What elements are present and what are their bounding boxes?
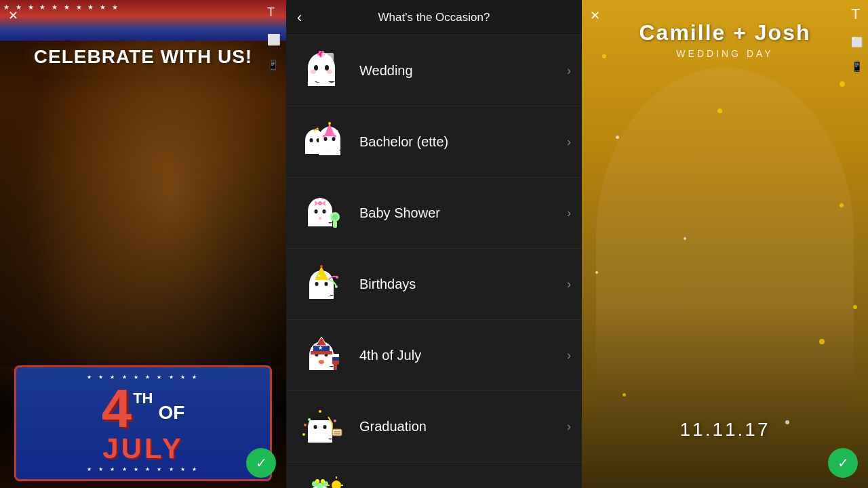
of-text: OF: [158, 402, 184, 424]
chevron-wedding: ›: [567, 64, 571, 78]
svg-rect-39: [309, 284, 334, 295]
4th-july-icon: ★: [297, 331, 346, 380]
wedding-date: 11.11.17: [582, 419, 868, 441]
text-tool-icon[interactable]: T: [267, 5, 281, 20]
svg-point-87: [315, 479, 319, 483]
number-four: 4: [102, 382, 132, 436]
svg-point-24: [328, 122, 331, 125]
svg-point-3: [325, 65, 329, 70]
svg-point-30: [323, 209, 326, 214]
birthdays-label: Birthdays: [359, 277, 567, 292]
svg-point-67: [319, 410, 321, 413]
svg-point-4: [311, 70, 316, 74]
occasion-item-summer-vibes[interactable]: Summer Vibes ›: [286, 462, 582, 488]
occasion-item-4th-july[interactable]: ★ 4th of July ›: [286, 320, 582, 391]
svg-point-25: [323, 135, 326, 138]
chevron-baby-shower: ›: [567, 206, 571, 220]
svg-point-46: [335, 285, 338, 288]
wedding-title-block: Camille + Josh WEDDING DAY: [582, 20, 868, 59]
svg-point-33: [318, 201, 322, 205]
svg-rect-59: [332, 357, 339, 361]
svg-point-5: [327, 70, 332, 74]
svg-point-43: [320, 265, 323, 268]
svg-point-64: [323, 425, 327, 429]
back-button[interactable]: ‹: [297, 9, 302, 26]
occasion-item-graduation[interactable]: Graduation ›: [286, 391, 582, 462]
svg-rect-65: [311, 417, 330, 420]
flag-banner: ★ ★ ★ ★ ★ ★ ★ ★ ★ ★: [0, 0, 286, 41]
wedding-label: Wedding: [359, 63, 567, 79]
wedding-icon: [297, 46, 346, 95]
close-button-left[interactable]: ✕: [8, 8, 18, 23]
occasion-item-bachelor[interactable]: Bachelor (ette) ›: [286, 106, 582, 178]
svg-point-37: [319, 217, 321, 220]
svg-point-2: [314, 65, 318, 70]
occasion-header: ‹ What's the Occasion?: [286, 0, 582, 35]
svg-point-51: [319, 360, 324, 364]
chevron-bachelor: ›: [567, 135, 571, 149]
header-title: What's the Occasion?: [378, 11, 490, 24]
svg-rect-19: [319, 139, 340, 150]
checkmark-button-right[interactable]: ✓: [828, 448, 858, 478]
stars-decoration: ★ ★ ★ ★ ★ ★ ★ ★ ★ ★: [30, 374, 256, 380]
svg-rect-53: [311, 351, 332, 354]
svg-point-26: [334, 135, 336, 138]
middle-panel: ‹ What's the Occasion?: [286, 0, 582, 488]
chevron-4th-july: ›: [567, 348, 571, 363]
checkmark-button-left[interactable]: ✓: [246, 448, 276, 478]
svg-rect-35: [333, 221, 337, 228]
svg-rect-58: [332, 354, 339, 357]
svg-point-40: [315, 282, 319, 286]
svg-point-63: [314, 425, 317, 429]
graduation-icon: [297, 402, 346, 451]
wedding-day-subtitle: WEDDING DAY: [582, 48, 868, 59]
svg-rect-70: [332, 429, 342, 436]
occasion-item-baby-shower[interactable]: Baby Shower ›: [286, 178, 582, 249]
svg-rect-12: [321, 53, 334, 61]
couple-names: Camille + Josh: [582, 20, 868, 45]
svg-point-73: [304, 424, 307, 426]
birthdays-icon: ★: [297, 260, 346, 308]
svg-rect-1: [308, 68, 335, 81]
svg-point-89: [332, 481, 341, 488]
svg-point-15: [310, 138, 313, 142]
occasion-item-birthdays[interactable]: ★ Birthdays ›: [286, 249, 582, 320]
svg-text:★: ★: [317, 274, 321, 278]
bachelor-label: Bachelor (ette): [359, 134, 567, 150]
phone-icon-right[interactable]: 📱: [851, 61, 863, 72]
chevron-graduation: ›: [567, 420, 571, 434]
party-scene: [0, 163, 286, 366]
celebrate-text: Celebrate With Us!: [0, 46, 286, 68]
occasion-list[interactable]: Wedding ›: [286, 35, 582, 488]
fourth-group: 4 TH OF: [30, 382, 256, 436]
svg-point-36: [332, 214, 338, 220]
svg-point-88: [321, 479, 325, 483]
graduation-label: Graduation: [359, 419, 567, 434]
occasion-item-wedding[interactable]: Wedding ›: [286, 35, 582, 106]
baby-shower-label: Baby Shower: [359, 205, 567, 221]
phone-icon[interactable]: 📱: [267, 60, 281, 70]
svg-point-75: [334, 420, 336, 422]
right-panel: ✕ T ⬜ 📱 Camille + Josh WEDDING DAY 11.11…: [582, 0, 868, 488]
th-suffix: TH: [133, 390, 153, 407]
july-badge: ★ ★ ★ ★ ★ ★ ★ ★ ★ ★ 4 TH OF JULY ★ ★ ★ ★…: [0, 359, 286, 488]
svg-point-45: [336, 276, 338, 279]
checkmark-icon-left: ✓: [256, 455, 267, 471]
svg-point-74: [308, 418, 311, 421]
svg-rect-62: [308, 428, 332, 439]
svg-text:★: ★: [318, 345, 323, 351]
left-panel: ★ ★ ★ ★ ★ ★ ★ ★ ★ ★ ✕ T ⬜ 📱 Celebrate Wi…: [0, 0, 286, 488]
july-badge-inner: ★ ★ ★ ★ ★ ★ ★ ★ ★ ★ 4 TH OF JULY ★ ★ ★ ★…: [14, 365, 272, 481]
flag-stars: ★ ★ ★ ★ ★ ★ ★ ★ ★ ★: [3, 3, 120, 11]
checkmark-icon-right: ✓: [837, 455, 849, 471]
bachelor-icon: [297, 117, 346, 166]
chevron-birthdays: ›: [567, 277, 571, 291]
july-text: JULY: [30, 432, 256, 465]
sticker-icon[interactable]: ⬜: [267, 33, 281, 46]
svg-point-29: [315, 209, 318, 214]
couple-silhouette: [596, 68, 854, 407]
svg-point-84: [317, 483, 323, 488]
left-toolbar: T ⬜ 📱: [267, 5, 281, 70]
summer-vibes-icon: [297, 473, 346, 488]
svg-point-41: [325, 282, 328, 286]
